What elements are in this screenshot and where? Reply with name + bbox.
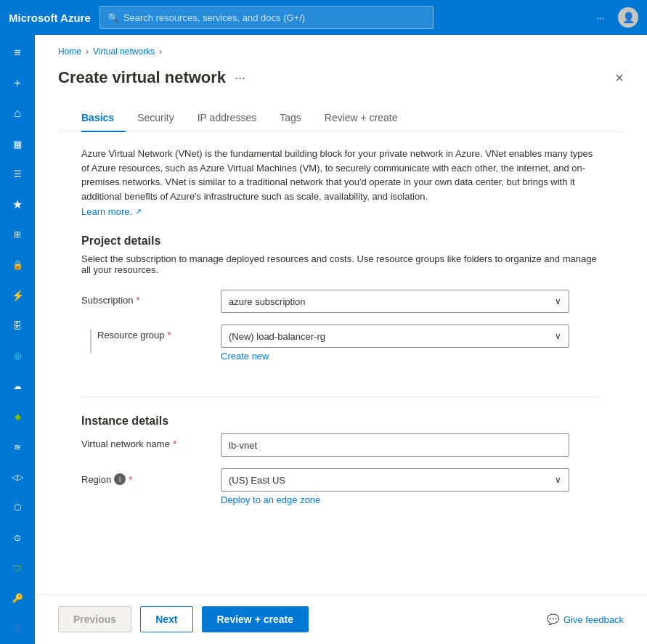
region-control: (US) East US ∨ Deploy to an edge zone: [221, 468, 569, 505]
instance-details-title: Instance details: [81, 415, 601, 428]
sidebar-item-dashboard[interactable]: ▦: [0, 129, 35, 158]
sidebar-item-network[interactable]: ◎: [0, 342, 35, 371]
previous-button[interactable]: Previous: [58, 606, 131, 632]
feedback-icon: 💬: [547, 614, 559, 625]
next-button[interactable]: Next: [140, 606, 192, 632]
subscription-control: azure subscription ∨: [221, 290, 569, 313]
resource-group-label-area: Resource group *: [81, 325, 212, 353]
resource-group-label: Resource group *: [97, 330, 171, 341]
resource-group-dropdown[interactable]: (New) load-balancer-rg ∨: [221, 325, 569, 348]
tab-tags[interactable]: Tags: [268, 105, 313, 132]
search-input[interactable]: [123, 12, 426, 23]
sidebar-item-all-services[interactable]: ⊞: [0, 221, 35, 250]
region-required: *: [129, 474, 132, 485]
region-label: Region i *: [81, 468, 212, 485]
sidebar-item-storage[interactable]: ⬡: [0, 493, 35, 522]
sidebar-item-security[interactable]: 🔒: [0, 250, 35, 280]
resource-group-chevron-icon: ∨: [555, 331, 561, 341]
search-icon: 🔍: [107, 12, 119, 23]
resource-group-control: (New) load-balancer-rg ∨ Create new: [221, 325, 569, 362]
region-info-icon[interactable]: i: [114, 473, 126, 485]
vnet-name-input[interactable]: [221, 433, 569, 457]
ellipsis-icon[interactable]: ···: [589, 6, 612, 29]
sidebar-item-menu[interactable]: ☰: [0, 160, 35, 189]
region-chevron-icon: ∨: [555, 475, 561, 485]
review-create-button[interactable]: Review + create: [202, 606, 309, 632]
search-box[interactable]: 🔍: [99, 6, 434, 29]
resource-group-area: Resource group * (New) load-balancer-rg …: [81, 325, 601, 362]
sidebar-item-clock[interactable]: ⊙: [0, 523, 35, 553]
project-details-title: Project details: [81, 235, 601, 248]
main-wrapper: Home › Virtual networks › Create virtual…: [35, 35, 647, 644]
sidebar-item-devops[interactable]: ◁▷: [0, 463, 35, 492]
topbar: Microsoft Azure 🔍 ··· 👤: [0, 0, 647, 35]
give-feedback-button[interactable]: 💬 Give feedback: [547, 614, 624, 625]
breadcrumb-home[interactable]: Home: [58, 46, 81, 57]
sidebar-item-functions[interactable]: ⚡: [0, 281, 35, 310]
tab-ip-addresses[interactable]: IP addresses: [186, 105, 268, 132]
page-options-button[interactable]: ···: [235, 70, 245, 86]
deploy-edge-link[interactable]: Deploy to an edge zone: [221, 494, 320, 505]
sidebar-item-sql[interactable]: 🗄: [0, 311, 35, 341]
create-new-link[interactable]: Create new: [221, 351, 269, 362]
sidebar-item-monitor[interactable]: ☁: [0, 372, 35, 401]
brand-label: Microsoft Azure: [9, 12, 91, 24]
description-text: Azure Virtual Network (VNet) is the fund…: [58, 147, 624, 203]
breadcrumb: Home › Virtual networks ›: [35, 35, 647, 57]
indent-line: [90, 330, 91, 353]
tab-security[interactable]: Security: [126, 105, 186, 132]
page-header: Create virtual network ··· ×: [35, 68, 647, 87]
subscription-row: Subscription * azure subscription ∨: [81, 290, 601, 313]
footer: Previous Next Review + create 💬 Give fee…: [35, 594, 647, 644]
sidebar-item-lists[interactable]: ≋: [0, 433, 35, 462]
sidebar-item-create[interactable]: ＋: [0, 69, 35, 98]
avatar[interactable]: 👤: [618, 7, 638, 28]
vnet-name-control: [221, 433, 569, 457]
breadcrumb-sep-2: ›: [159, 46, 162, 57]
sidebar-item-policies[interactable]: ◆: [0, 402, 35, 431]
sidebar: ≡ ＋ ⌂ ▦ ☰ ★ ⊞ 🔒 ⚡ 🗄 ◎ ☁ ◆ ≋ ◁▷ ⬡ ⊙ 🛡 🔑 👤: [0, 35, 35, 644]
project-details-desc: Select the subscription to manage deploy…: [81, 253, 601, 275]
section-divider: [81, 396, 601, 397]
project-details-section: Project details Select the subscription …: [58, 235, 624, 391]
vnet-name-label: Virtual network name *: [81, 433, 212, 449]
page-title: Create virtual network: [58, 68, 226, 87]
region-dropdown[interactable]: (US) East US ∨: [221, 468, 569, 492]
instance-details-section: Instance details Virtual network name * …: [58, 415, 624, 534]
breadcrumb-virtual-networks[interactable]: Virtual networks: [93, 46, 155, 57]
sidebar-item-home[interactable]: ⌂: [0, 99, 35, 129]
tab-review-create[interactable]: Review + create: [313, 105, 410, 132]
tabs: Basics Security IP addresses Tags Review…: [58, 105, 624, 132]
topbar-icons: ··· 👤: [589, 6, 638, 29]
content-area: Basics Security IP addresses Tags Review…: [35, 90, 647, 594]
sidebar-item-expand[interactable]: ≡: [0, 38, 35, 68]
tab-basics[interactable]: Basics: [81, 105, 126, 132]
resource-group-required: *: [168, 330, 171, 341]
learn-more-link[interactable]: Learn more. ↗: [58, 206, 165, 217]
sidebar-item-user[interactable]: 👤: [0, 614, 35, 643]
vnet-name-row: Virtual network name *: [81, 433, 601, 457]
vnet-name-required: *: [173, 439, 176, 449]
subscription-required: *: [137, 295, 140, 306]
subscription-label: Subscription *: [81, 290, 212, 306]
close-button[interactable]: ×: [615, 70, 624, 86]
sidebar-item-shield[interactable]: 🛡: [0, 554, 35, 583]
sidebar-item-favorites[interactable]: ★: [0, 190, 35, 219]
subscription-dropdown[interactable]: azure subscription ∨: [221, 290, 569, 313]
subscription-chevron-icon: ∨: [555, 296, 561, 306]
external-link-icon: ↗: [135, 207, 142, 216]
breadcrumb-sep-1: ›: [86, 46, 89, 57]
sidebar-item-keyvault[interactable]: 🔑: [0, 584, 35, 614]
region-row: Region i * (US) East US ∨ Deploy to an e…: [81, 468, 601, 505]
